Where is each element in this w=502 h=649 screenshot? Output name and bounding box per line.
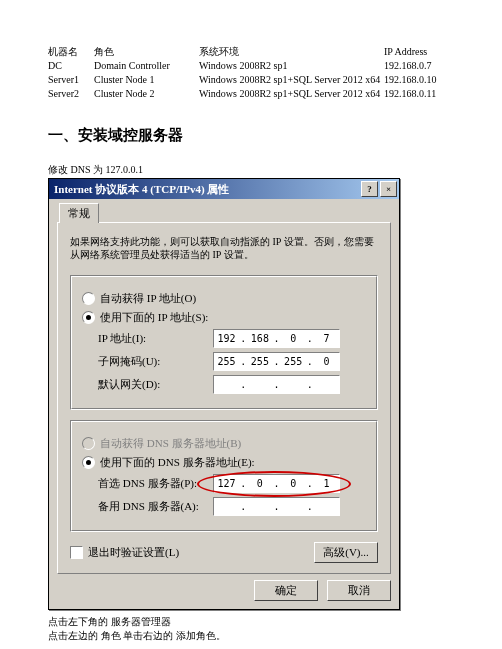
ip-address-label: IP 地址(I): [98,331,213,346]
subnet-mask-input[interactable]: 255.255.255.0 [213,352,340,371]
col-machine: 机器名 [48,45,94,59]
close-button[interactable]: × [380,181,397,197]
tab-general[interactable]: 常规 [59,203,99,223]
alt-dns-label: 备用 DNS 服务器(A): [98,499,213,514]
col-ip: IP Address [384,45,454,59]
ipv4-properties-dialog: Internet 协议版本 4 (TCP/IPv4) 属性 ? × 常规 如果网… [48,178,400,610]
radio-icon [82,437,95,450]
footer-text-1: 点击左下角的 服务器管理器 [48,615,454,629]
checkbox-label: 退出时验证设置(L) [88,545,179,560]
gateway-label: 默认网关(D): [98,377,213,392]
section-heading: 一、安装域控服务器 [48,126,454,145]
dns-note: 修改 DNS 为 127.0.0.1 [48,163,454,177]
radio-icon [82,311,95,324]
pref-dns-label: 首选 DNS 服务器(P): [98,476,213,491]
radio-auto-dns: 自动获得 DNS 服务器地址(B) [82,436,366,451]
col-role: 角色 [94,45,199,59]
table-cell: Server2 [48,87,94,101]
radio-auto-ip[interactable]: 自动获得 IP 地址(O) [82,291,366,306]
table-cell: DC [48,59,94,73]
table-cell: Cluster Node 2 [94,87,199,101]
table-cell: Windows 2008R2 sp1+SQL Server 2012 x64 [199,87,384,101]
table-cell: Server1 [48,73,94,87]
instruction-text: 如果网络支持此功能，则可以获取自动指派的 IP 设置。否则，您需要从网络系统管理… [70,235,378,261]
checkbox-icon [70,546,83,559]
table-cell: 192.168.0.10 [384,73,454,87]
radio-icon [82,292,95,305]
pref-dns-input[interactable]: 127.0.0.1 [213,474,340,493]
advanced-button[interactable]: 高级(V)... [314,542,378,563]
subnet-mask-label: 子网掩码(U): [98,354,213,369]
titlebar: Internet 协议版本 4 (TCP/IPv4) 属性 ? × [49,179,399,199]
help-button[interactable]: ? [361,181,378,197]
table-cell: Domain Controller [94,59,199,73]
gateway-input[interactable]: ... [213,375,340,394]
radio-label: 使用下面的 IP 地址(S): [100,310,208,325]
ip-address-input[interactable]: 192.168.0.7 [213,329,340,348]
machine-table: 机器名 角色 系统环境 IP Address DC Domain Control… [48,45,454,101]
radio-manual-dns[interactable]: 使用下面的 DNS 服务器地址(E): [82,455,366,470]
table-cell: 192.168.0.11 [384,87,454,101]
radio-label: 自动获得 DNS 服务器地址(B) [100,436,366,451]
ok-button[interactable]: 确定 [254,580,318,601]
footer-text-2: 点击左边的 角色 单击右边的 添加角色。 [48,629,454,643]
cancel-button[interactable]: 取消 [327,580,391,601]
alt-dns-input[interactable]: ... [213,497,340,516]
table-cell: Windows 2008R2 sp1+SQL Server 2012 x64 [199,73,384,87]
table-cell: 192.168.0.7 [384,59,454,73]
radio-icon [82,456,95,469]
validate-checkbox[interactable]: 退出时验证设置(L) [70,545,179,560]
radio-manual-ip[interactable]: 使用下面的 IP 地址(S): [82,310,366,325]
radio-label: 使用下面的 DNS 服务器地址(E): [100,455,255,470]
radio-label: 自动获得 IP 地址(O) [100,291,196,306]
table-cell: Cluster Node 1 [94,73,199,87]
table-cell: Windows 2008R2 sp1 [199,59,384,73]
col-env: 系统环境 [199,45,384,59]
dialog-title: Internet 协议版本 4 (TCP/IPv4) 属性 [54,182,359,197]
